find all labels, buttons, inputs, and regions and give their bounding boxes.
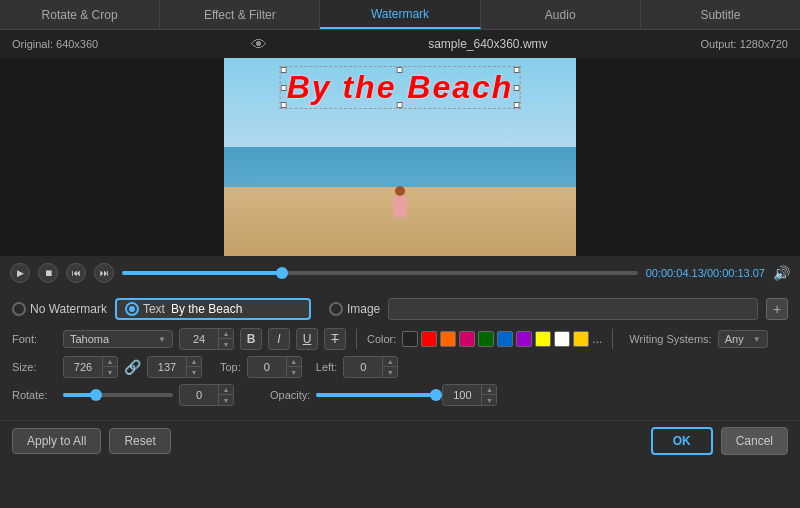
size-w-input[interactable]: [64, 359, 102, 375]
opacity-down[interactable]: ▼: [482, 395, 496, 405]
no-watermark-label: No Watermark: [30, 302, 107, 316]
top-spinbox[interactable]: ▲ ▼: [247, 356, 302, 378]
play-button[interactable]: ▶: [10, 263, 30, 283]
opacity-input[interactable]: [443, 387, 481, 403]
font-label: Font:: [12, 333, 57, 345]
link-dimensions-icon[interactable]: 🔗: [124, 359, 141, 375]
color-swatch-green[interactable]: [478, 331, 494, 347]
size-h-down[interactable]: ▼: [187, 367, 201, 377]
rotate-down[interactable]: ▼: [219, 395, 233, 405]
no-watermark-radio[interactable]: [12, 302, 26, 316]
tab-subtitle[interactable]: Subtitle: [641, 0, 800, 29]
top-input[interactable]: [248, 359, 286, 375]
tab-rotate-crop[interactable]: Rotate & Crop: [0, 0, 160, 29]
size-w-up[interactable]: ▲: [103, 357, 117, 367]
font-dropdown[interactable]: Tahoma ▼: [63, 330, 173, 348]
prev-button[interactable]: ⏮: [66, 263, 86, 283]
resize-handle-mr[interactable]: [513, 85, 519, 91]
rotate-up[interactable]: ▲: [219, 385, 233, 395]
color-swatch-red[interactable]: [421, 331, 437, 347]
color-swatch-yellow[interactable]: [535, 331, 551, 347]
size-w-spinbox[interactable]: ▲ ▼: [63, 356, 118, 378]
resize-handle-ml[interactable]: [281, 85, 287, 91]
color-swatch-pink[interactable]: [459, 331, 475, 347]
ok-button[interactable]: OK: [651, 427, 713, 455]
size-h-up[interactable]: ▲: [187, 357, 201, 367]
color-swatch-blue[interactable]: [497, 331, 513, 347]
font-size-spinbox[interactable]: ▲ ▼: [179, 328, 234, 350]
opacity-spinbox[interactable]: ▲ ▼: [442, 384, 497, 406]
watermark-type-row: No Watermark Text Image +: [12, 298, 788, 320]
top-down[interactable]: ▼: [287, 367, 301, 377]
size-h-spinbox[interactable]: ▲ ▼: [147, 356, 202, 378]
left-down[interactable]: ▼: [383, 367, 397, 377]
opacity-slider-track[interactable]: [316, 393, 436, 397]
strikethrough-button[interactable]: T: [324, 328, 346, 350]
image-watermark-radio[interactable]: [329, 302, 343, 316]
watermark-overlay[interactable]: By the Beach: [280, 66, 521, 109]
tab-audio[interactable]: Audio: [481, 0, 641, 29]
no-watermark-option[interactable]: No Watermark: [12, 302, 107, 316]
top-arrows: ▲ ▼: [286, 357, 301, 377]
opacity-up[interactable]: ▲: [482, 385, 496, 395]
color-swatch-white[interactable]: [554, 331, 570, 347]
font-size-down[interactable]: ▼: [219, 339, 233, 349]
font-row: Font: Tahoma ▼ ▲ ▼ B I U T Color:: [12, 328, 788, 350]
next-button[interactable]: ⏭: [94, 263, 114, 283]
more-colors-button[interactable]: ...: [592, 332, 602, 346]
rotate-input[interactable]: [180, 387, 218, 403]
image-watermark-option[interactable]: Image: [329, 302, 380, 316]
resize-handle-tl[interactable]: [281, 67, 287, 73]
add-image-button[interactable]: +: [766, 298, 788, 320]
resize-handle-bm[interactable]: [397, 102, 403, 108]
filename-label: sample_640x360.wmv: [428, 37, 547, 51]
text-watermark-radio[interactable]: [125, 302, 139, 316]
resize-handle-tr[interactable]: [513, 67, 519, 73]
eye-icon[interactable]: 👁: [251, 36, 275, 52]
bottom-right-buttons: OK Cancel: [651, 427, 788, 455]
rotate-slider-thumb[interactable]: [90, 389, 102, 401]
bottom-bar: Apply to All Reset OK Cancel: [0, 420, 800, 461]
person-silhouette: [391, 186, 409, 226]
left-input[interactable]: [344, 359, 382, 375]
video-container: By the Beach: [224, 58, 576, 256]
person-body: [393, 196, 407, 218]
font-size-up[interactable]: ▲: [219, 329, 233, 339]
size-h-input[interactable]: [148, 359, 186, 375]
font-dropdown-arrow: ▼: [158, 335, 166, 344]
opacity-slider-thumb[interactable]: [430, 389, 442, 401]
rotate-slider-track[interactable]: [63, 393, 173, 397]
tab-effect-filter[interactable]: Effect & Filter: [160, 0, 320, 29]
tab-watermark[interactable]: Watermark: [320, 0, 480, 29]
color-swatch-black[interactable]: [402, 331, 418, 347]
progress-thumb[interactable]: [276, 267, 288, 279]
progress-track[interactable]: [122, 271, 638, 275]
reset-button[interactable]: Reset: [109, 428, 170, 454]
top-up[interactable]: ▲: [287, 357, 301, 367]
left-spinbox[interactable]: ▲ ▼: [343, 356, 398, 378]
resize-handle-br[interactable]: [513, 102, 519, 108]
font-size-arrows: ▲ ▼: [218, 329, 233, 349]
apply-to-all-button[interactable]: Apply to All: [12, 428, 101, 454]
font-size-input[interactable]: [180, 331, 218, 347]
output-size-label: Output: 1280x720: [701, 38, 788, 50]
image-path-field[interactable]: [388, 298, 758, 320]
left-up[interactable]: ▲: [383, 357, 397, 367]
writing-systems-dropdown[interactable]: Any ▼: [718, 330, 768, 348]
color-swatch-gold[interactable]: [573, 331, 589, 347]
watermark-text-input[interactable]: [171, 302, 301, 316]
resize-handle-tm[interactable]: [397, 67, 403, 73]
rotate-spinbox[interactable]: ▲ ▼: [179, 384, 234, 406]
watermark-text-display: By the Beach: [287, 69, 514, 105]
bold-button[interactable]: B: [240, 328, 262, 350]
stop-button[interactable]: ⏹: [38, 263, 58, 283]
italic-button[interactable]: I: [268, 328, 290, 350]
volume-icon[interactable]: 🔊: [773, 265, 790, 281]
color-swatch-purple[interactable]: [516, 331, 532, 347]
cancel-button[interactable]: Cancel: [721, 427, 788, 455]
color-swatch-orange[interactable]: [440, 331, 456, 347]
size-w-down[interactable]: ▼: [103, 367, 117, 377]
underline-button[interactable]: U: [296, 328, 318, 350]
resize-handle-bl[interactable]: [281, 102, 287, 108]
text-watermark-option[interactable]: Text: [125, 302, 165, 316]
